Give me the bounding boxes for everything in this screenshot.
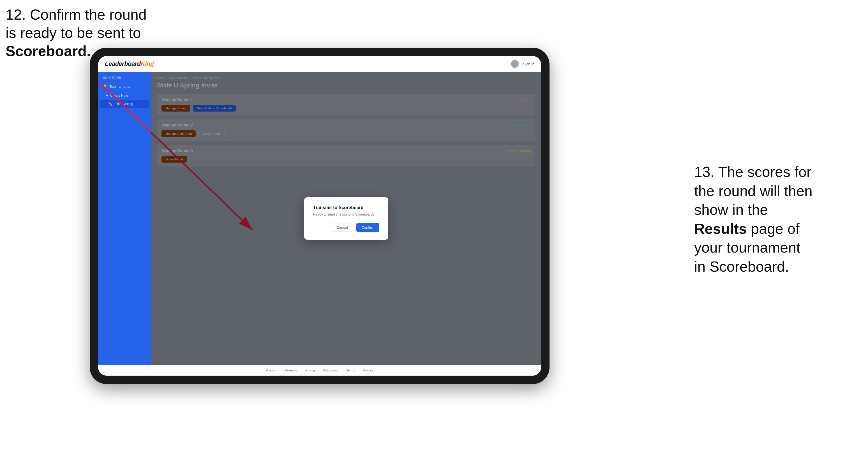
nav-right: Sign In	[511, 60, 534, 68]
sidebar: MAIN MENU 🏆 Tournaments + Create New ✏️ …	[98, 72, 151, 365]
annotation-right: 13. The scores for the round will then s…	[694, 163, 851, 276]
annotation-top: 12. Confirm the round is ready to be sen…	[6, 6, 147, 60]
sidebar-item-create-new[interactable]: + Create New	[98, 91, 151, 100]
footer-privacy[interactable]: Privacy	[363, 369, 373, 372]
footer: Product Features Pricing Resources Terms…	[98, 365, 541, 376]
signin-button[interactable]: Sign In	[523, 62, 534, 66]
footer-features[interactable]: Features	[285, 369, 297, 372]
edit-icon: ✏️	[108, 102, 113, 106]
annotation-right-text: 13. The scores for the round will then s…	[694, 164, 812, 275]
sidebar-edit-existing-label: Edit Existing	[115, 102, 133, 106]
main-area: MAIN MENU 🏆 Tournaments + Create New ✏️ …	[98, 72, 541, 365]
main-content: Home › Tournaments › State U Spring Invi…	[151, 72, 541, 365]
footer-terms[interactable]: Terms	[346, 369, 355, 372]
transmit-modal: Transmit to Scoreboard Ready to send thi…	[304, 197, 388, 240]
plus-icon: +	[106, 94, 108, 98]
footer-product[interactable]: Product	[266, 369, 276, 372]
tablet-screen: LeaderboardKing Sign In MAIN MENU 🏆 Tour…	[98, 56, 541, 376]
top-nav: LeaderboardKing Sign In	[98, 56, 541, 72]
sidebar-item-tournaments[interactable]: 🏆 Tournaments	[98, 82, 151, 91]
logo-accent: King	[141, 60, 154, 67]
annotation-line3: Scoreboard.	[6, 43, 91, 59]
modal-overlay: Transmit to Scoreboard Ready to send thi…	[151, 72, 541, 365]
modal-buttons: Cancel Confirm	[313, 223, 379, 232]
results-bold: Results	[694, 221, 747, 237]
sidebar-tournaments-label: Tournaments	[109, 84, 130, 89]
main-menu-label: MAIN MENU	[98, 76, 151, 82]
annotation-line1: 12. Confirm the round	[6, 6, 147, 23]
annotation-line2: is ready to be sent to	[6, 25, 141, 41]
tablet-device: LeaderboardKing Sign In MAIN MENU 🏆 Tour…	[90, 48, 550, 384]
modal-subtitle: Ready to send this round to Scoreboard?	[313, 213, 379, 216]
sidebar-item-edit-existing[interactable]: ✏️ Edit Existing	[100, 100, 149, 108]
trophy-icon: 🏆	[103, 84, 107, 89]
modal-title: Transmit to Scoreboard	[313, 205, 379, 210]
logo: LeaderboardKing	[105, 60, 154, 67]
modal-cancel-button[interactable]: Cancel	[331, 223, 353, 232]
modal-confirm-button[interactable]: Confirm	[356, 223, 379, 232]
footer-resources[interactable]: Resources	[323, 369, 338, 372]
logo-text-main: Leaderboard	[105, 60, 141, 67]
avatar-icon	[511, 60, 519, 68]
logo-area: LeaderboardKing	[105, 60, 154, 67]
sidebar-create-new-label: Create New	[110, 94, 128, 98]
footer-pricing[interactable]: Pricing	[306, 369, 315, 372]
